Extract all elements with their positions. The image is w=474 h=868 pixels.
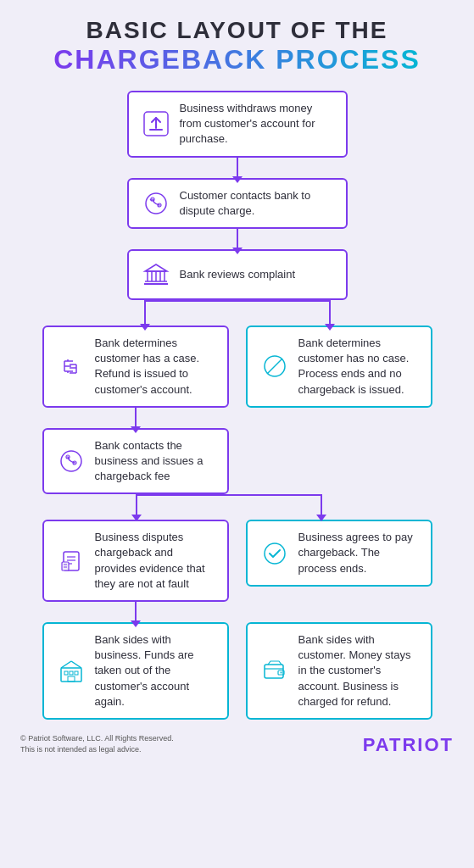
step1-box: Business withdraws money from customer's…	[127, 91, 348, 158]
bank-icon	[141, 259, 171, 290]
phone-icon-1	[141, 188, 171, 219]
left-branch1-text: Bank determines customer has a case. Ref…	[95, 336, 215, 398]
left-branch1-arrow-wrap	[42, 408, 432, 428]
document-icon	[56, 546, 86, 576]
right-final-box: Bank sides with customer. Money stays in…	[246, 622, 432, 720]
svg-rect-34	[62, 562, 69, 570]
arrow3	[135, 408, 137, 428]
svg-rect-41	[75, 671, 78, 675]
copyright-text: © Patriot Software, LLC. All Rights Rese…	[20, 733, 174, 745]
branch2-row: Business disputes chargeback and provide…	[42, 520, 432, 602]
building-icon	[56, 655, 86, 686]
right-final-text: Bank sides with customer. Money stays in…	[298, 632, 419, 709]
right-branch2-box: Business agrees to pay chargeback. The p…	[246, 520, 432, 587]
left-final-text: Bank sides with business. Funds are take…	[95, 632, 215, 709]
svg-rect-39	[64, 671, 68, 675]
svg-line-43	[61, 661, 71, 668]
step4-box: Bank contacts the business and issues a …	[42, 428, 229, 495]
left-branch2-box: Business disputes chargeback and provide…	[42, 520, 229, 602]
svg-point-37	[265, 543, 285, 564]
money-icon	[56, 351, 86, 381]
step1-text: Business withdraws money from customer's…	[180, 101, 334, 147]
svg-rect-40	[70, 671, 73, 675]
svg-point-47	[280, 672, 282, 674]
branch2-hline-wrap	[42, 494, 432, 520]
svg-line-44	[71, 661, 81, 668]
branch1-hline	[42, 300, 432, 326]
arrow2	[237, 229, 238, 249]
title-line2: CHARGEBACK PROCESS	[53, 44, 420, 75]
right-branch1-text: Bank determines customer has no case. Pr…	[298, 336, 419, 398]
footer: © Patriot Software, LLC. All Rights Rese…	[17, 733, 457, 756]
svg-marker-14	[145, 264, 167, 271]
phone-icon-2	[56, 446, 86, 476]
final-row: Bank sides with business. Funds are take…	[42, 622, 432, 720]
left-branch2-text: Business disputes chargeback and provide…	[95, 530, 215, 592]
right-branch2-text: Business agrees to pay chargeback. The p…	[298, 530, 419, 576]
arrow4	[135, 602, 137, 622]
left-branch1-box: Bank determines customer has a case. Ref…	[42, 326, 229, 408]
branch1-row: Bank determines customer has a case. Ref…	[42, 326, 432, 408]
arrow1	[237, 158, 238, 178]
svg-rect-45	[265, 665, 283, 678]
step3-text: Bank reviews complaint	[180, 267, 334, 282]
title-area: BASIC LAYOUT OF THE CHARGEBACK PROCESS	[53, 17, 420, 75]
flowchart: Business withdraws money from customer's…	[17, 91, 457, 720]
step4-text: Bank contacts the business and issues a …	[95, 438, 215, 485]
title-line1: BASIC LAYOUT OF THE	[53, 17, 420, 44]
right-branch1-box: Bank determines customer has no case. Pr…	[246, 326, 432, 408]
step2-text: Customer contacts bank to dispute charge…	[180, 188, 334, 219]
step2-box: Customer contacts bank to dispute charge…	[127, 178, 348, 229]
brand-name: PATRIOT	[363, 734, 454, 756]
upload-icon	[141, 108, 171, 139]
left-final-box: Bank sides with business. Funds are take…	[42, 622, 229, 720]
no-icon	[259, 351, 290, 381]
svg-line-5	[150, 199, 152, 201]
wallet-icon	[259, 655, 290, 686]
footer-left: © Patriot Software, LLC. All Rights Rese…	[20, 733, 174, 756]
svg-line-26	[267, 359, 282, 374]
step3-box: Bank reviews complaint	[127, 249, 348, 300]
svg-rect-42	[68, 676, 75, 682]
check-icon	[259, 538, 290, 569]
disclaimer-text: This is not intended as legal advice.	[20, 744, 174, 756]
